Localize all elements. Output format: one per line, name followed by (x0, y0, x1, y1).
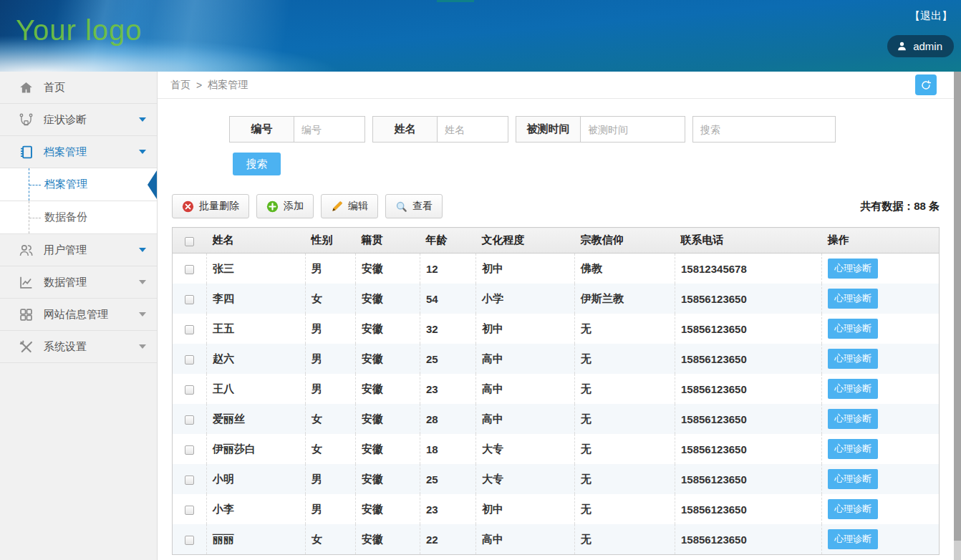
admin-username: admin (913, 40, 942, 52)
toolbar-button-2[interactable]: 编辑 (321, 194, 378, 218)
row-checkbox[interactable] (185, 265, 194, 274)
cell-education: 高中 (476, 524, 575, 555)
sidebar-item-label: 档案管理 (44, 145, 87, 159)
cell-gender: 女 (306, 524, 356, 555)
chevron-down-icon (139, 117, 146, 122)
scrollbar-thumb[interactable] (954, 72, 961, 541)
grid-icon (17, 306, 34, 322)
search-field-input-0[interactable] (294, 116, 365, 143)
keyword-search-input[interactable] (692, 116, 836, 143)
cell-phone: 15856123650 (675, 344, 822, 374)
select-all-checkbox[interactable] (185, 237, 194, 246)
view-icon (395, 201, 407, 213)
add-icon (266, 201, 279, 213)
cell-name: 赵六 (207, 344, 306, 374)
cell-origin: 安徽 (356, 524, 420, 555)
chevron-down-icon (139, 344, 146, 349)
table-row: 丽丽女安徽22高中无15856123650心理诊断 (173, 524, 940, 555)
row-checkbox[interactable] (185, 385, 194, 395)
cell-gender: 男 (306, 344, 356, 374)
row-checkbox[interactable] (185, 445, 194, 455)
diagnosis-button[interactable]: 心理诊断 (828, 349, 878, 369)
row-checkbox-cell (173, 434, 207, 464)
table-row: 小明男安徽25大专无15856123650心理诊断 (173, 464, 940, 494)
logout-link[interactable]: 【退出】 (909, 9, 952, 23)
row-checkbox[interactable] (185, 355, 194, 365)
row-checkbox-cell (173, 464, 207, 494)
table-row: 李四女安徽54小学伊斯兰教15856123650心理诊断 (173, 284, 940, 314)
vertical-scrollbar[interactable] (954, 72, 961, 560)
total-count: 共有数据：88 条 (860, 200, 940, 213)
row-checkbox[interactable] (185, 295, 194, 304)
search-field-input-1[interactable] (437, 116, 508, 143)
cell-origin: 安徽 (356, 254, 420, 284)
table-row: 伊丽莎白女安徽18大专无15856123650心理诊断 (173, 434, 940, 464)
cell-religion: 无 (575, 524, 675, 555)
diagnosis-button[interactable]: 心理诊断 (828, 289, 878, 309)
search-field-input-2[interactable] (580, 116, 685, 143)
row-checkbox[interactable] (185, 325, 194, 334)
sidebar-item-4[interactable]: 数据管理 (0, 266, 157, 299)
cell-action: 心理诊断 (822, 524, 940, 555)
column-header-3: 年龄 (420, 228, 476, 254)
breadcrumb: 首页 > 档案管理 (158, 72, 954, 99)
diagnosis-button[interactable]: 心理诊断 (828, 469, 878, 489)
toolbar: 批量删除添加编辑查看 共有数据：88 条 (172, 194, 940, 218)
row-checkbox[interactable] (185, 506, 194, 515)
cell-name: 小李 (207, 494, 306, 524)
cell-religion: 无 (575, 434, 675, 464)
cell-gender: 男 (306, 494, 356, 524)
sidebar-item-5[interactable]: 网站信息管理 (0, 299, 157, 331)
sidebar-item-3[interactable]: 用户管理 (0, 234, 157, 266)
toolbar-button-0[interactable]: 批量删除 (172, 194, 249, 218)
diagnosis-button[interactable]: 心理诊断 (828, 499, 878, 519)
breadcrumb-home[interactable]: 首页 (170, 79, 190, 92)
column-header-7: 操作 (822, 228, 940, 254)
cell-name: 王五 (207, 314, 306, 344)
row-checkbox-cell (173, 254, 207, 284)
chevron-down-icon (139, 248, 146, 252)
row-checkbox[interactable] (185, 475, 194, 485)
cell-age: 22 (420, 524, 476, 555)
cell-gender: 男 (306, 374, 356, 404)
column-header-5: 宗教信仰 (575, 228, 675, 254)
row-checkbox[interactable] (185, 536, 194, 545)
cell-name: 张三 (207, 254, 306, 284)
sidebar-item-0[interactable]: 首页 (0, 72, 157, 104)
cell-action: 心理诊断 (822, 374, 940, 404)
diagnosis-button[interactable]: 心理诊断 (828, 409, 878, 429)
diagnosis-button[interactable]: 心理诊断 (828, 259, 878, 279)
admin-user-button[interactable]: admin (887, 35, 954, 57)
sidebar-subitem-label: 数据备份 (44, 211, 87, 224)
cell-religion: 无 (575, 464, 675, 494)
diagnosis-button[interactable]: 心理诊断 (828, 439, 878, 459)
search-field-group-1: 姓名 (372, 116, 508, 143)
cell-origin: 安徽 (356, 314, 420, 344)
cell-education: 高中 (476, 404, 575, 434)
sidebar-item-1[interactable]: 症状诊断 (0, 104, 157, 136)
cell-age: 25 (420, 344, 476, 374)
cell-gender: 女 (306, 284, 356, 314)
search-field-label: 编号 (229, 116, 294, 143)
diagnosis-button[interactable]: 心理诊断 (828, 319, 878, 339)
breadcrumb-current: 档案管理 (208, 79, 248, 92)
sidebar-item-6[interactable]: 系统设置 (0, 331, 157, 363)
chevron-down-icon (139, 150, 146, 154)
cell-religion: 无 (575, 404, 675, 434)
toolbar-button-label: 批量删除 (199, 200, 239, 213)
header-banner: Your logo 【退出】 admin (0, 0, 961, 72)
refresh-button[interactable] (915, 74, 937, 95)
sidebar-subitem-2-0[interactable]: 档案管理 (0, 168, 157, 201)
sidebar-subitem-2-1[interactable]: 数据备份 (0, 201, 157, 234)
toolbar-button-3[interactable]: 查看 (385, 194, 443, 218)
row-checkbox[interactable] (185, 415, 194, 425)
cell-name: 李四 (207, 284, 306, 314)
sidebar-item-2[interactable]: 档案管理 (0, 136, 157, 168)
table-row: 赵六男安徽25高中无15856123650心理诊断 (173, 344, 940, 374)
toolbar-button-1[interactable]: 添加 (256, 194, 314, 218)
sidebar-item-label: 用户管理 (44, 243, 87, 257)
diagnosis-button[interactable]: 心理诊断 (828, 379, 878, 399)
diagnosis-button[interactable]: 心理诊断 (828, 529, 878, 549)
search-submit-button[interactable]: 搜索 (233, 153, 281, 175)
cell-name: 爱丽丝 (207, 404, 306, 434)
